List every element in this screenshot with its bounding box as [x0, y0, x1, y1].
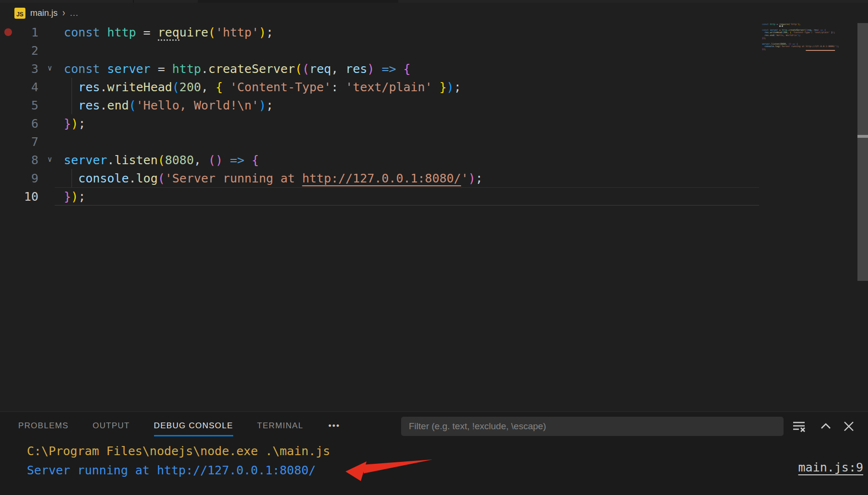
- code-token: createServer: [788, 29, 804, 31]
- code-line-text: const http = require('http');: [64, 25, 273, 39]
- code-token: 'Content-Type': [793, 31, 811, 34]
- code-token: (: [208, 153, 215, 167]
- code-line-7: 7: [0, 133, 859, 151]
- code-token: (: [295, 62, 302, 76]
- debug-console-filter-input[interactable]: [401, 417, 784, 436]
- code-token: ;: [476, 171, 483, 185]
- console-line-stdout: Server running at http://127.0.0.1:8080/: [27, 461, 316, 479]
- code-token: http: [770, 23, 775, 25]
- line-number[interactable]: 4: [10, 80, 38, 94]
- code-token: (: [158, 171, 165, 185]
- code-token: .: [201, 62, 208, 76]
- scrollbar-thumb[interactable]: [857, 23, 868, 281]
- code-token: ,: [194, 153, 208, 167]
- code-token: ;: [838, 45, 839, 48]
- code-token: http: [107, 25, 136, 39]
- code-token: 'text/plain': [814, 31, 830, 34]
- fold-chevron-down-icon[interactable]: ∨: [48, 63, 52, 72]
- code-token: log: [136, 171, 158, 185]
- code-token: (: [208, 25, 215, 39]
- panel-tab-output[interactable]: OUTPUT: [93, 421, 130, 431]
- code-token: ;: [266, 25, 273, 39]
- line-number[interactable]: 2: [10, 44, 38, 58]
- code-token: ;: [266, 98, 273, 112]
- line-number[interactable]: 3: [10, 62, 38, 76]
- minimap-line: console.log('Server running at http://12…: [762, 45, 834, 48]
- fold-chevron-down-icon[interactable]: ∨: [48, 155, 52, 164]
- line-number[interactable]: 9: [10, 171, 38, 185]
- minimap[interactable]: const http = require('http'); const serv…: [762, 23, 834, 51]
- code-token: res: [345, 62, 367, 76]
- panel-tab-problems[interactable]: PROBLEMS: [18, 421, 69, 431]
- breadcrumb: JS main.js › ...: [0, 3, 868, 23]
- code-token: ): [215, 153, 223, 167]
- code-token: writeHead: [770, 31, 782, 34]
- code-token: ): [367, 62, 374, 76]
- code-token: {: [404, 62, 411, 76]
- code-token: }: [440, 80, 447, 94]
- more-actions-icon[interactable]: •••: [328, 421, 340, 431]
- console-line-exec: C:\Program Files\nodejs\node.exe .\main.…: [27, 442, 330, 460]
- code-token: uire: [783, 23, 788, 25]
- code-token: [64, 171, 78, 185]
- breadcrumb-filename[interactable]: main.js: [30, 8, 58, 18]
- code-token: ): [259, 25, 266, 39]
- code-line-6: 6});: [0, 114, 859, 133]
- code-editor[interactable]: 1const http = require('http');23∨const s…: [0, 23, 868, 411]
- code-token: http: [782, 29, 787, 31]
- breadcrumb-symbol-more[interactable]: ...: [70, 8, 79, 18]
- code-token: ): [71, 190, 78, 204]
- code-token: createServer: [208, 62, 295, 76]
- code-token: .: [107, 153, 114, 167]
- code-token: ;: [454, 80, 461, 94]
- code-token: server: [107, 62, 150, 76]
- code-token: 8080: [165, 153, 194, 167]
- code-token: (: [172, 80, 179, 94]
- debug-console-output: C:\Program Files\nodejs\node.exe .\main.…: [0, 441, 868, 495]
- minimap-line: });: [762, 48, 834, 51]
- code-token: (: [302, 62, 309, 76]
- code-line-text: });: [64, 190, 85, 204]
- code-token: 'Hello, World!\n': [775, 34, 798, 36]
- line-number[interactable]: 1: [10, 25, 38, 39]
- panel-tabs: PROBLEMSOUTPUTDEBUG CONSOLETERMINAL: [0, 421, 303, 431]
- code-token: listen: [114, 153, 157, 167]
- code-token: console: [765, 45, 774, 48]
- panel-tab-debug-console[interactable]: DEBUG CONSOLE: [154, 421, 233, 431]
- code-token: =: [151, 62, 172, 76]
- code-token: const: [762, 23, 769, 25]
- code-token: end: [107, 98, 129, 112]
- panel-tab-terminal[interactable]: TERMINAL: [257, 421, 303, 431]
- code-token: end: [770, 34, 774, 36]
- line-number[interactable]: 6: [10, 117, 38, 131]
- code-token: ': [461, 171, 468, 185]
- code-token: log: [775, 45, 779, 48]
- code-token: console: [78, 171, 129, 185]
- code-line-text: server.listen(8080, () => {: [64, 153, 259, 167]
- code-token: uire: [179, 25, 208, 39]
- code-line-10: 10});: [0, 187, 859, 205]
- clear-console-icon[interactable]: [792, 420, 806, 433]
- code-token: 200: [179, 80, 201, 94]
- code-token: ;: [799, 34, 801, 36]
- code-token: {: [215, 80, 223, 94]
- code-token: 200: [783, 31, 787, 34]
- code-token: :: [331, 80, 345, 94]
- code-token: [432, 80, 440, 94]
- code-line-text: res.writeHead(200, { 'Content-Type': 'te…: [64, 80, 461, 94]
- code-token: [64, 80, 78, 94]
- code-token[interactable]: http://127.0.0.1:8080/: [302, 171, 461, 185]
- code-token: http: [172, 62, 201, 76]
- code-token: listen: [771, 43, 779, 45]
- code-token[interactable]: http://127.0.0.1:8080/: [806, 45, 835, 48]
- line-number[interactable]: 8: [10, 153, 38, 167]
- close-panel-icon[interactable]: [842, 420, 856, 433]
- maximize-panel-chevron-up-icon[interactable]: [819, 420, 833, 433]
- line-number[interactable]: 10: [10, 190, 38, 204]
- line-number[interactable]: 7: [10, 135, 38, 149]
- code-token: writeHead: [107, 80, 172, 94]
- code-token: ): [259, 98, 266, 112]
- code-token: ;: [765, 48, 766, 50]
- line-number[interactable]: 5: [10, 98, 38, 112]
- source-location-link[interactable]: main.js:9: [798, 460, 863, 474]
